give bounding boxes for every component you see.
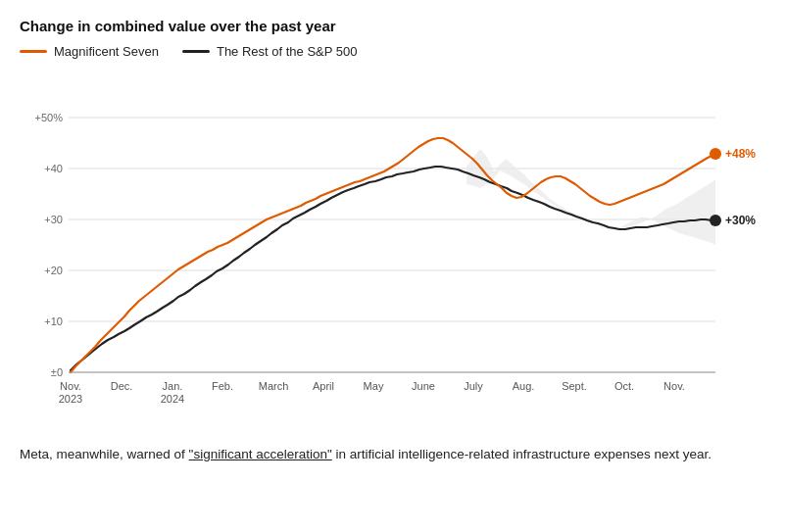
legend: Magnificent Seven The Rest of the S&P 50… xyxy=(20,44,766,59)
svg-text:+10: +10 xyxy=(44,315,63,327)
legend-item-dark: The Rest of the S&P 500 xyxy=(182,44,358,59)
chart-area: ±0 +10 +20 +30 +40 +50% +48% +30% Nov. 2… xyxy=(20,69,766,431)
svg-text:July: July xyxy=(464,380,483,392)
svg-text:2024: 2024 xyxy=(161,393,184,405)
svg-text:May: May xyxy=(364,380,384,392)
caption-link[interactable]: "significant acceleration" xyxy=(189,447,332,461)
svg-text:Dec.: Dec. xyxy=(111,380,133,392)
svg-text:Feb.: Feb. xyxy=(212,380,233,392)
svg-text:March: March xyxy=(259,380,289,392)
svg-text:Jan.: Jan. xyxy=(163,380,183,392)
svg-text:±0: ±0 xyxy=(51,366,63,378)
end-dot-dark xyxy=(710,215,721,226)
svg-text:Aug.: Aug. xyxy=(513,380,535,392)
svg-text:+50%: +50% xyxy=(35,112,64,123)
chart-svg: ±0 +10 +20 +30 +40 +50% +48% +30% Nov. 2… xyxy=(20,69,766,431)
svg-text:Nov.: Nov. xyxy=(60,380,81,392)
legend-line-orange xyxy=(20,50,47,53)
caption-text-before: Meta, meanwhile, warned of xyxy=(20,447,189,461)
svg-text:2023: 2023 xyxy=(59,393,82,405)
caption: Meta, meanwhile, warned of "significant … xyxy=(20,445,764,464)
end-label-orange: +48% xyxy=(725,147,756,161)
svg-text:Nov.: Nov. xyxy=(663,380,685,392)
end-dot-orange xyxy=(710,148,721,160)
legend-label-dark: The Rest of the S&P 500 xyxy=(217,44,358,59)
svg-text:Sept.: Sept. xyxy=(562,380,587,392)
svg-text:Oct.: Oct. xyxy=(614,380,634,392)
svg-text:April: April xyxy=(313,380,334,392)
svg-text:+40: +40 xyxy=(44,163,63,174)
svg-text:+20: +20 xyxy=(44,265,63,276)
svg-text:+30: +30 xyxy=(44,214,63,225)
chart-title: Change in combined value over the past y… xyxy=(20,18,766,34)
svg-text:June: June xyxy=(412,380,435,392)
legend-label-orange: Magnificent Seven xyxy=(54,44,159,59)
end-label-dark: +30% xyxy=(725,214,756,227)
svg-rect-0 xyxy=(69,69,715,382)
legend-line-dark xyxy=(182,50,210,53)
legend-item-orange: Magnificent Seven xyxy=(20,44,159,59)
caption-text-after: in artificial intelligence-related infra… xyxy=(332,447,712,461)
